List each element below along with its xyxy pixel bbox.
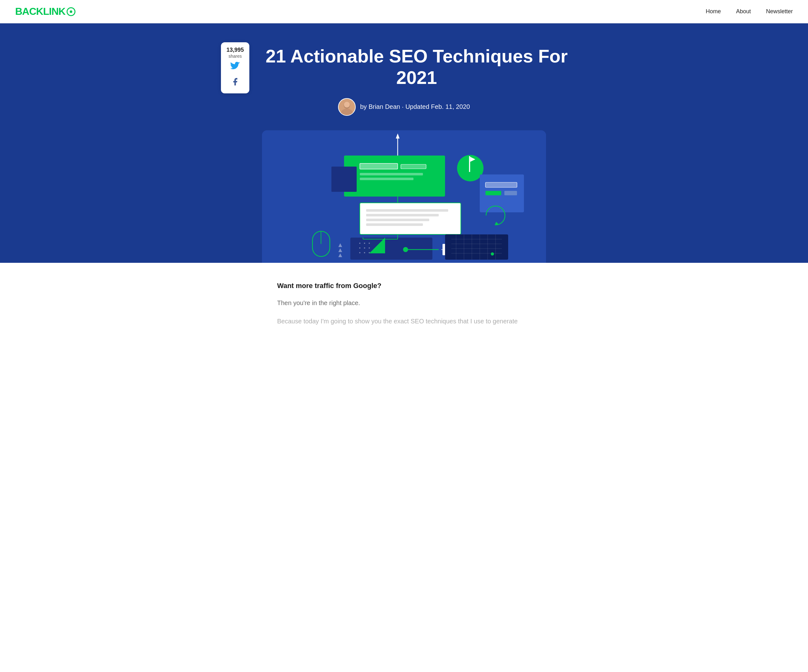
author-text: by Brian Dean · Updated Feb. 11, 2020 <box>360 103 470 110</box>
author-avatar <box>338 98 356 116</box>
svg-point-35 <box>364 252 365 253</box>
svg-point-30 <box>369 243 370 244</box>
svg-rect-19 <box>504 191 517 195</box>
nav-about[interactable]: About <box>736 8 751 15</box>
svg-rect-23 <box>366 214 439 217</box>
svg-rect-18 <box>486 191 501 195</box>
logo-circle-icon <box>67 7 75 16</box>
svg-point-34 <box>359 252 361 253</box>
svg-point-32 <box>364 247 365 248</box>
share-widget: 13,995 shares <box>221 42 249 93</box>
svg-rect-11 <box>401 164 426 169</box>
svg-rect-9 <box>360 173 423 175</box>
svg-rect-12 <box>331 167 357 192</box>
svg-rect-22 <box>366 209 448 212</box>
intro-text: Then you're in the right place. <box>277 297 531 308</box>
svg-point-28 <box>359 243 361 244</box>
twitter-share-button[interactable] <box>226 62 244 74</box>
nav-home[interactable]: Home <box>706 8 721 15</box>
svg-rect-17 <box>486 182 517 187</box>
intro-bold: Want more traffic from Google? <box>277 282 531 290</box>
svg-point-33 <box>369 247 370 248</box>
hero-inner: 13,995 shares 21 Actionable SEO Techniqu… <box>230 42 578 263</box>
svg-rect-8 <box>360 163 398 169</box>
svg-rect-10 <box>360 178 414 180</box>
hero-section: 13,995 shares 21 Actionable SEO Techniqu… <box>0 23 808 263</box>
site-logo[interactable]: BACKLINK <box>15 6 75 17</box>
hero-illustration <box>262 130 546 263</box>
facebook-share-button[interactable] <box>226 77 244 89</box>
svg-rect-24 <box>366 218 429 221</box>
svg-point-54 <box>491 252 494 255</box>
svg-point-29 <box>364 243 365 244</box>
svg-rect-27 <box>351 238 432 260</box>
svg-point-3 <box>344 102 350 108</box>
share-label: shares <box>226 53 244 59</box>
hero-title: 21 Actionable SEO Techniques For 2021 <box>230 42 578 98</box>
svg-point-31 <box>359 247 361 248</box>
nav-newsletter[interactable]: Newsletter <box>766 8 793 15</box>
main-nav: Home About Newsletter <box>706 8 793 15</box>
author-row: by Brian Dean · Updated Feb. 11, 2020 <box>230 98 578 127</box>
logo-text: BACKLINK <box>15 6 65 17</box>
svg-point-37 <box>403 247 408 252</box>
body-faded: Because today I'm going to show you the … <box>277 316 531 327</box>
svg-rect-25 <box>366 223 423 226</box>
svg-rect-7 <box>344 155 445 197</box>
svg-rect-14 <box>469 156 470 172</box>
svg-rect-43 <box>445 234 508 260</box>
share-count: 13,995 <box>226 47 244 53</box>
site-header: BACKLINK Home About Newsletter <box>0 0 808 23</box>
content-section: Want more traffic from Google? Then you'… <box>262 263 546 345</box>
